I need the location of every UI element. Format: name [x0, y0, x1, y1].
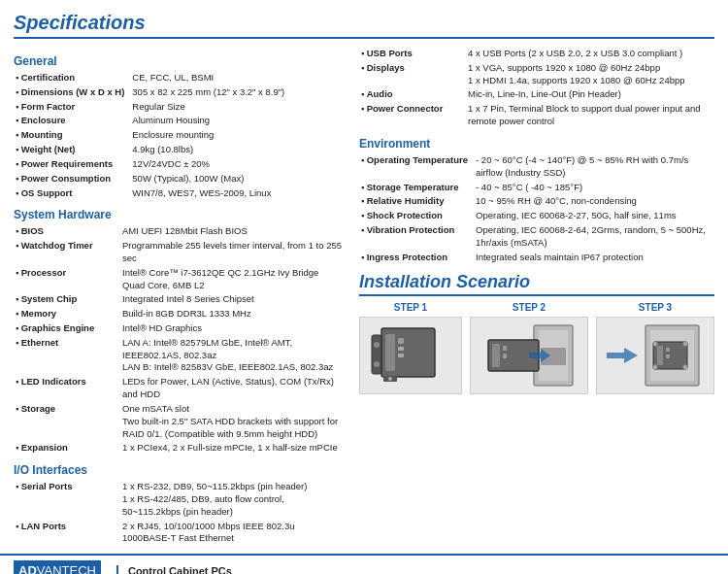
spec-label: Watchdog Timer — [14, 239, 120, 266]
spec-label: Ethernet — [14, 336, 120, 375]
section-io-interfaces: I/O Interfaces — [14, 463, 344, 477]
spec-label: Power Requirements — [14, 157, 130, 172]
page-title: Specifications — [14, 12, 714, 39]
spec-label: Mounting — [14, 128, 130, 143]
table-row: EthernetLAN A: Intel® 82579LM GbE, Intel… — [14, 336, 344, 375]
svg-point-7 — [374, 361, 380, 367]
spec-label: Storage Temperature — [359, 181, 474, 195]
svg-rect-1 — [385, 334, 395, 371]
spec-value: 1 x VGA, supports 1920 x 1080 @ 60Hz 24b… — [466, 61, 714, 88]
table-row: Watchdog TimerProgrammable 255 levels ti… — [14, 239, 344, 266]
spec-value: Build-in 8GB DDR3L 1333 MHz — [120, 307, 344, 321]
table-row: Power Connector1 x 7 Pin, Terminal Block… — [359, 102, 714, 129]
svg-rect-2 — [398, 338, 404, 344]
spec-value: Operating, IEC 60068-2-64, 2Grms, random… — [474, 223, 714, 251]
step-3-box: STEP 3 — [596, 302, 714, 394]
section-general: General — [14, 54, 344, 68]
table-row: LAN Ports2 x RJ45, 10/100/1000 Mbps IEEE… — [14, 520, 344, 547]
spec-label: Vibration Protection — [359, 223, 474, 251]
spec-label: Enclosure — [14, 114, 130, 128]
svg-rect-4 — [398, 354, 404, 357]
spec-label: Operating Temperature — [359, 153, 474, 181]
table-row: Power Requirements12V/24VDC ± 20% — [14, 157, 344, 172]
table-row: AudioMic-in, Line-In, Line-Out (Pin Head… — [359, 87, 714, 102]
spec-label: Shock Protection — [359, 209, 474, 223]
spec-value: Mic-in, Line-In, Line-Out (Pin Header) — [466, 87, 714, 102]
general-table: CertificationCE, FCC, UL, BSMIDimensions… — [14, 71, 344, 200]
spec-value: AMI UEFI 128Mbit Flash BIOS — [120, 224, 344, 239]
spec-label: Graphics Engine — [14, 321, 120, 336]
svg-point-27 — [683, 365, 688, 370]
table-row: Storage Temperature- 40 ~ 85°C ( -40 ~ 1… — [359, 181, 714, 195]
step-2-box: STEP 2 — [470, 302, 588, 394]
spec-value: 2 x RJ45, 10/100/1000 Mbps IEEE 802.3u 1… — [120, 520, 344, 547]
spec-value: Programmable 255 levels timer interval, … — [120, 239, 344, 266]
table-row: System ChipIntegrated Intel 8 Series Chi… — [14, 292, 344, 307]
table-row: OS SupportWIN7/8, WES7, WES-2009, Linux — [14, 186, 344, 201]
footer-product: Control Cabinet PCs — [116, 565, 714, 574]
svg-rect-5 — [372, 335, 381, 374]
spec-value: CE, FCC, UL, BSMI — [130, 71, 344, 85]
spec-value: Intel® HD Graphics — [120, 321, 344, 336]
section-system-hardware: System Hardware — [14, 208, 344, 221]
spec-value: Regular Size — [130, 100, 344, 115]
table-row: CertificationCE, FCC, UL, BSMI — [14, 71, 344, 85]
svg-rect-23 — [666, 355, 670, 358]
svg-rect-15 — [503, 346, 507, 351]
step-3-label: STEP 3 — [596, 302, 714, 313]
spec-label: Expansion — [14, 441, 120, 456]
svg-marker-28 — [607, 348, 638, 363]
footer: ADVANTECH Control Cabinet PCs — [0, 554, 728, 574]
table-row: MemoryBuild-in 8GB DDR3L 1333 MHz — [14, 307, 344, 321]
spec-value: LAN A: Intel® 82579LM GbE, Intel® AMT, I… — [120, 336, 344, 375]
spec-value: 305 x 82 x 225 mm (12" x 3.2" x 8.9") — [130, 85, 344, 100]
environment-table: Operating Temperature- 20 ~ 60°C (-4 ~ 1… — [359, 153, 714, 265]
step-2-image — [470, 317, 588, 394]
spec-value: Intel® Core™ i7-3612QE QC 2.1GHz Ivy Bri… — [120, 266, 344, 293]
spec-label: Weight (Net) — [14, 143, 130, 157]
table-row: USB Ports4 x USB Ports (2 x USB 2.0, 2 x… — [359, 47, 714, 61]
spec-label: LED Indicators — [14, 375, 120, 402]
spec-label: Displays — [359, 61, 466, 88]
right-column: USB Ports4 x USB Ports (2 x USB 2.0, 2 x… — [359, 47, 714, 546]
page: Specifications General CertificationCE, … — [0, 0, 728, 546]
main-content: General CertificationCE, FCC, UL, BSMIDi… — [14, 47, 714, 546]
spec-value: Integrated Intel 8 Series Chipset — [120, 292, 344, 307]
spec-value: 1 x 7 Pin, Terminal Block to support dua… — [466, 102, 714, 129]
spec-label: Serial Ports — [14, 480, 120, 519]
step-2-label: STEP 2 — [470, 302, 588, 313]
spec-value: - 40 ~ 85°C ( -40 ~ 185°F) — [474, 181, 714, 195]
table-row: MountingEnclosure mounting — [14, 128, 344, 143]
svg-rect-14 — [492, 344, 500, 367]
table-row: Serial Ports1 x RS-232, DB9, 50~115.2kbp… — [14, 480, 344, 519]
spec-label: Ingress Protection — [359, 251, 474, 265]
system-hardware-table: BIOSAMI UEFI 128Mbit Flash BIOSWatchdog … — [14, 224, 344, 456]
spec-label: Audio — [359, 87, 466, 102]
table-row: Dimensions (W x D x H)305 x 82 x 225 mm … — [14, 85, 344, 100]
spec-label: Dimensions (W x D x H) — [14, 85, 130, 100]
logo-ad: AD — [18, 563, 37, 574]
table-row: Ingress ProtectionIntegrated seals maint… — [359, 251, 714, 265]
step-3-svg — [597, 321, 713, 390]
spec-value: One mSATA slot Two built-in 2.5" SATA HD… — [120, 402, 344, 441]
svg-rect-22 — [666, 348, 670, 352]
table-row: BIOSAMI UEFI 128Mbit Flash BIOS — [14, 224, 344, 239]
table-row: LED IndicatorsLEDs for Power, LAN (Activ… — [14, 375, 344, 402]
spec-value: Enclosure mounting — [130, 128, 344, 143]
table-row: ProcessorIntel® Core™ i7-3612QE QC 2.1GH… — [14, 266, 344, 293]
table-row: Form FactorRegular Size — [14, 100, 344, 115]
spec-value: 4 x USB Ports (2 x USB 2.0, 2 x USB 3.0 … — [466, 47, 714, 61]
table-row: Expansion1 x PCIex4, 2 x Full-size mPCIe… — [14, 441, 344, 456]
svg-rect-3 — [398, 347, 404, 351]
spec-label: Form Factor — [14, 100, 130, 115]
left-column: General CertificationCE, FCC, UL, BSMIDi… — [14, 47, 344, 546]
svg-point-24 — [653, 342, 658, 347]
step-3-image — [596, 317, 714, 394]
table-row: Operating Temperature- 20 ~ 60°C (-4 ~ 1… — [359, 153, 714, 181]
table-row: EnclosureAluminum Housing — [14, 114, 344, 128]
table-row: Displays1 x VGA, supports 1920 x 1080 @ … — [359, 61, 714, 88]
spec-value: 10 ~ 95% RH @ 40°C, non-condensing — [474, 194, 714, 209]
spec-label: USB Ports — [359, 47, 466, 61]
spec-value: Integrated seals maintain IP67 protectio… — [474, 251, 714, 265]
svg-point-26 — [653, 365, 658, 370]
